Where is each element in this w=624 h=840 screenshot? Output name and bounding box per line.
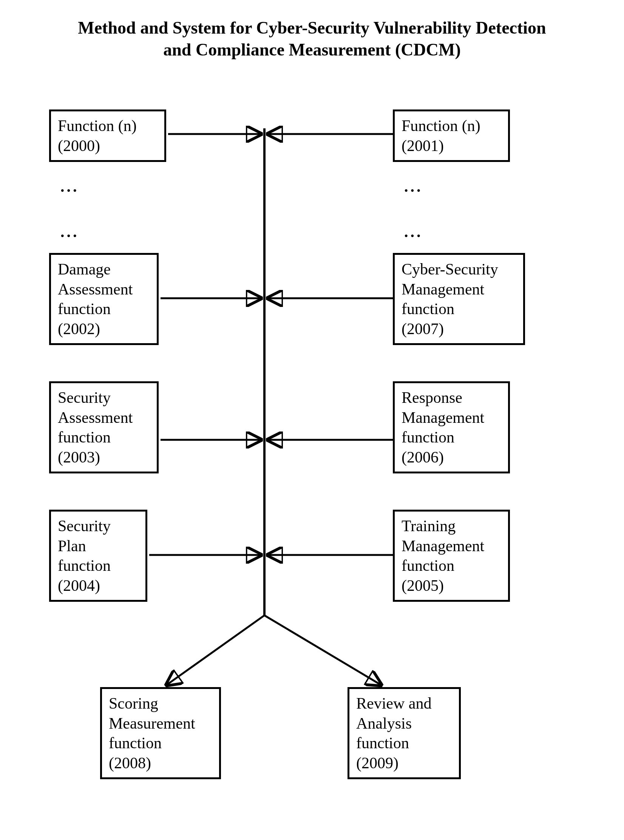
box-scoring-measurement-2008: ScoringMeasurementfunction(2008): [100, 687, 221, 779]
box-function-n-2001: Function (n)(2001): [393, 109, 510, 162]
diagram-page: Method and System for Cyber-Security Vul…: [0, 0, 624, 840]
svg-line-10: [264, 615, 382, 685]
ellipsis: ...: [60, 223, 79, 241]
svg-line-9: [166, 615, 264, 685]
box-cybersecurity-mgmt-2007: Cyber-SecurityManagementfunction(2007): [393, 253, 525, 345]
box-function-n-2000: Function (n)(2000): [49, 109, 166, 162]
ellipsis: ...: [404, 223, 423, 241]
box-security-assessment-2003: SecurityAssessmentfunction(2003): [49, 381, 159, 473]
box-security-plan-2004: SecurityPlanfunction(2004): [49, 510, 147, 602]
title-line-2: and Compliance Measurement (CDCM): [163, 40, 460, 59]
diagram-title: Method and System for Cyber-Security Vul…: [0, 17, 624, 60]
title-line-1: Method and System for Cyber-Security Vul…: [78, 18, 546, 37]
box-training-mgmt-2005: TrainingManagementfunction(2005): [393, 510, 510, 602]
box-review-analysis-2009: Review andAnalysisfunction(2009): [348, 687, 461, 779]
ellipsis: ...: [60, 177, 79, 196]
box-damage-assessment-2002: DamageAssessmentfunction(2002): [49, 253, 159, 345]
ellipsis: ...: [404, 177, 423, 196]
box-response-mgmt-2006: ResponseManagementfunction(2006): [393, 381, 510, 473]
